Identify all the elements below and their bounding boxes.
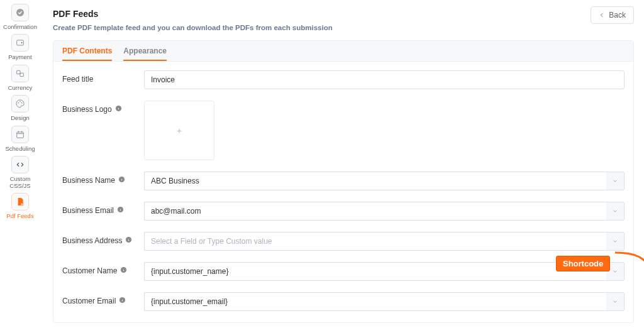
svg-rect-1: [17, 40, 24, 45]
calendar-icon: [11, 126, 29, 143]
sidebar-item-label: Confirmation: [3, 24, 37, 30]
business-email-label: Business Email: [62, 202, 144, 215]
sidebar-item-label: Pdf Feeds: [6, 213, 33, 219]
pdf-contents-form: Feed title Business Logo +: [53, 62, 633, 311]
customer-name-input[interactable]: [144, 262, 606, 281]
info-icon: [117, 206, 124, 215]
sidebar-item-payment[interactable]: Payment: [3, 34, 38, 60]
customer-email-label: Customer Email: [62, 292, 144, 305]
business-email-dropdown[interactable]: [606, 202, 625, 221]
svg-point-5: [18, 102, 19, 103]
svg-point-7: [21, 102, 22, 103]
info-icon: [119, 297, 126, 305]
business-name-label: Business Name: [62, 172, 144, 185]
svg-point-6: [19, 101, 20, 102]
back-button[interactable]: Back: [591, 6, 634, 24]
info-icon: [115, 105, 122, 114]
svg-rect-3: [17, 70, 20, 74]
check-circle-icon: [11, 4, 29, 21]
business-address-label: Business Address: [62, 232, 144, 245]
tab-appearance[interactable]: Appearance: [123, 41, 167, 61]
customer-name-label: Customer Name: [62, 262, 144, 275]
svg-rect-4: [20, 73, 23, 76]
tabs: PDF Contents Appearance: [53, 41, 633, 62]
feed-title-label: Feed title: [62, 70, 144, 84]
business-name-dropdown[interactable]: [606, 172, 625, 190]
business-address-dropdown[interactable]: [606, 232, 625, 251]
page-subtitle: Create PDF template feed and you can dow…: [53, 24, 634, 31]
sidebar-item-currency[interactable]: Currency: [3, 65, 38, 91]
info-icon: [125, 236, 132, 245]
business-logo-label: Business Logo: [62, 101, 144, 114]
page-title: PDF Feeds: [53, 9, 98, 19]
business-name-input[interactable]: [144, 172, 606, 190]
business-address-input[interactable]: [144, 232, 606, 251]
settings-sidebar: Confirmation Payment Currency Design Sch: [0, 0, 40, 328]
back-button-label: Back: [609, 11, 626, 19]
customer-email-dropdown[interactable]: [606, 292, 625, 311]
code-icon: [11, 156, 29, 173]
feed-title-input[interactable]: [144, 70, 625, 89]
settings-panel: PDF Contents Appearance Feed title Busin…: [53, 40, 634, 323]
sidebar-item-design[interactable]: Design: [3, 95, 38, 121]
sidebar-item-label: Currency: [8, 85, 33, 91]
sidebar-item-label: Custom CSS/JS: [3, 176, 38, 189]
pdf-icon: [11, 193, 29, 210]
business-email-input[interactable]: [144, 202, 606, 221]
logo-upload[interactable]: +: [144, 101, 214, 160]
customer-email-input[interactable]: [144, 292, 606, 311]
palette-icon: [11, 95, 29, 112]
svg-point-0: [16, 9, 24, 16]
currency-icon: [11, 65, 29, 82]
sidebar-item-custom-css-js[interactable]: Custom CSS/JS: [3, 156, 38, 189]
sidebar-item-pdf-feeds[interactable]: Pdf Feeds: [3, 193, 38, 219]
info-icon: [118, 176, 125, 185]
svg-point-2: [21, 43, 23, 44]
wallet-icon: [11, 34, 29, 52]
sidebar-item-label: Payment: [8, 54, 32, 60]
info-icon: [120, 266, 127, 275]
sidebar-item-label: Scheduling: [5, 146, 35, 152]
tab-pdf-contents[interactable]: PDF Contents: [62, 41, 112, 61]
main-content: PDF Feeds Back Create PDF template feed …: [40, 0, 644, 328]
sidebar-item-scheduling[interactable]: Scheduling: [3, 126, 38, 152]
sidebar-item-confirmation[interactable]: Confirmation: [3, 4, 38, 30]
plus-icon: +: [177, 126, 182, 136]
sidebar-item-label: Design: [11, 115, 30, 121]
svg-rect-8: [17, 132, 24, 138]
customer-name-dropdown[interactable]: [606, 262, 625, 281]
